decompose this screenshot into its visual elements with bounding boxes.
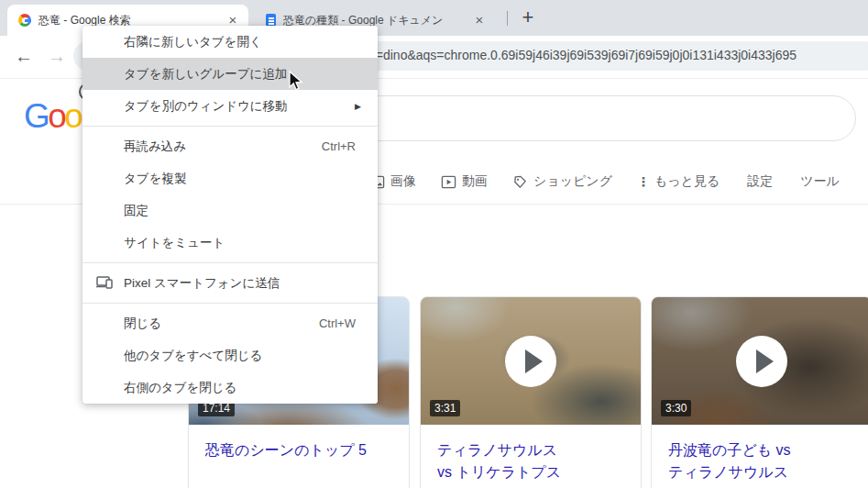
tab-close-icon[interactable]: × bbox=[471, 12, 488, 28]
menu-item-add-tab-to-new-group[interactable]: タブを新しいグループに追加 bbox=[82, 58, 378, 90]
video-title-line: 丹波竜の子ども vs bbox=[668, 439, 855, 461]
menu-separator bbox=[82, 303, 378, 304]
video-title-line: 恐竜のシーンのトップ 5 bbox=[205, 439, 392, 461]
logo-letter: G bbox=[24, 97, 48, 135]
nav-tools[interactable]: ツール bbox=[800, 173, 840, 190]
nav-label: ショッピング bbox=[533, 173, 612, 190]
video-title-line: ティラノサウルス bbox=[668, 461, 855, 483]
nav-settings[interactable]: 設定 bbox=[747, 173, 773, 190]
video-card[interactable]: 3:30 丹波竜の子ども vs ティラノサウルス bbox=[651, 296, 868, 488]
menu-item-label: 右側のタブを閉じる bbox=[124, 380, 356, 396]
video-title-link[interactable]: 丹波竜の子ども vs ティラノサウルス bbox=[652, 425, 868, 483]
nav-label: 動画 bbox=[462, 173, 488, 190]
tab-context-menu: 右隣に新しいタブを開く タブを新しいグループに追加 タブを別のウィンドウに移動 … bbox=[82, 26, 378, 404]
submenu-arrow-icon: ▶ bbox=[355, 102, 361, 111]
nav-shopping[interactable]: ショッピング bbox=[512, 173, 612, 190]
menu-item-label: Pixel スマートフォンに送信 bbox=[124, 275, 356, 292]
menu-item-new-tab-to-right[interactable]: 右隣に新しいタブを開く bbox=[82, 26, 378, 58]
forward-button-icon: → bbox=[44, 43, 70, 69]
nav-label: もっと見る bbox=[654, 173, 720, 190]
menu-separator bbox=[82, 126, 378, 127]
video-title-line: ティラノサウルス bbox=[437, 439, 624, 461]
video-title-link[interactable]: 恐竜のシーンのトップ 5 bbox=[189, 425, 409, 461]
google-favicon-icon bbox=[18, 14, 31, 27]
play-button-icon[interactable] bbox=[736, 336, 787, 387]
menu-item-label: 再読み込み bbox=[124, 139, 322, 155]
video-icon bbox=[441, 174, 456, 190]
menu-item-send-to-pixel[interactable]: Pixel スマートフォンに送信 bbox=[82, 267, 378, 299]
menu-item-close-tabs-to-right[interactable]: 右側のタブを閉じる bbox=[82, 372, 378, 404]
menu-item-shortcut: Ctrl+W bbox=[319, 316, 356, 330]
menu-item-label: 固定 bbox=[124, 203, 356, 219]
result-nav: 画像 動画 ショッピング ⋮ もっと見る 設定 ツール bbox=[369, 170, 840, 194]
menu-item-label: サイトをミュート bbox=[124, 235, 356, 251]
nav-more[interactable]: ⋮ もっと見る bbox=[637, 173, 720, 190]
video-thumbnail[interactable]: 3:30 bbox=[652, 297, 868, 425]
video-duration-badge: 3:31 bbox=[430, 400, 460, 416]
browser-window: 恐竜 - Google 検索 × 恐竜の種類 - Google ドキュメン × … bbox=[0, 0, 868, 488]
video-card[interactable]: 3:31 ティラノサウルス vs トリケラトプス bbox=[420, 296, 642, 488]
menu-item-label: タブを別のウィンドウに移動 bbox=[124, 98, 355, 115]
logo-letter: o bbox=[64, 97, 81, 135]
tab-separator bbox=[507, 11, 508, 26]
menu-item-reload[interactable]: 再読み込み Ctrl+R bbox=[82, 130, 378, 162]
menu-item-pin-tab[interactable]: 固定 bbox=[82, 194, 378, 227]
video-thumbnail[interactable]: 3:31 bbox=[421, 297, 641, 425]
nav-label: ツール bbox=[800, 173, 840, 190]
menu-item-close-tab[interactable]: 閉じる Ctrl+W bbox=[82, 307, 378, 339]
menu-item-shortcut: Ctrl+R bbox=[322, 139, 356, 153]
logo-letter: o bbox=[48, 97, 64, 135]
mouse-cursor-icon bbox=[283, 70, 303, 92]
menu-item-label: 右隣に新しいタブを開く bbox=[124, 34, 356, 50]
menu-item-label: 閉じる bbox=[124, 316, 319, 332]
video-title-link[interactable]: ティラノサウルス vs トリケラトプス bbox=[421, 425, 641, 483]
nav-label: 設定 bbox=[747, 173, 773, 190]
menu-item-label: タブを複製 bbox=[124, 171, 356, 187]
nav-videos[interactable]: 動画 bbox=[441, 173, 488, 190]
menu-separator bbox=[82, 262, 378, 263]
new-tab-button[interactable]: + bbox=[515, 6, 541, 31]
menu-item-close-other-tabs[interactable]: 他のタブをすべて閉じる bbox=[82, 339, 378, 372]
menu-item-duplicate-tab[interactable]: タブを複製 bbox=[82, 162, 378, 194]
play-button-icon[interactable] bbox=[505, 336, 556, 387]
docs-favicon-icon bbox=[266, 14, 276, 27]
video-duration-badge: 3:30 bbox=[661, 400, 691, 416]
menu-item-label: 他のタブをすべて閉じる bbox=[124, 348, 356, 364]
menu-item-label: タブを新しいグループに追加 bbox=[124, 66, 356, 83]
more-vertical-icon: ⋮ bbox=[637, 174, 649, 189]
url-text: q=dino&aqs=chrome.0.69i59j46i39j69i539j6… bbox=[368, 48, 797, 62]
back-button-icon[interactable]: ← bbox=[11, 43, 37, 69]
nav-label: 画像 bbox=[390, 173, 416, 190]
video-title-line: vs トリケラトプス bbox=[437, 461, 624, 483]
tag-icon bbox=[512, 174, 528, 190]
send-to-device-icon bbox=[96, 275, 114, 290]
menu-item-move-tab-to-another-window[interactable]: タブを別のウィンドウに移動 ▶ bbox=[82, 90, 378, 122]
menu-item-mute-site[interactable]: サイトをミュート bbox=[82, 227, 378, 259]
